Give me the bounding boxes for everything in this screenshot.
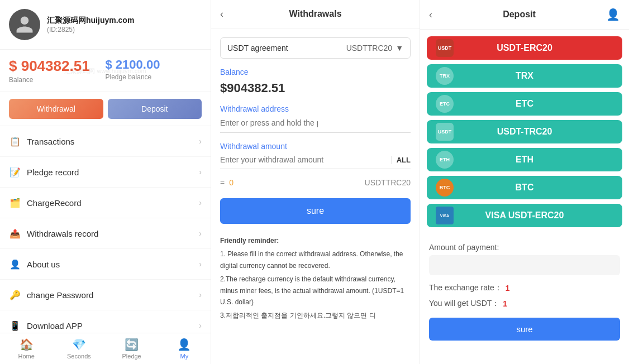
menu-label-0: Transactions <box>27 137 74 146</box>
menu-chevron-5: › <box>199 290 202 299</box>
menu-chevron-4: › <box>199 260 202 269</box>
crypto-item-etc[interactable]: ETC ETC <box>427 92 622 116</box>
crypto-name-0: USDT-ERC20 <box>497 43 552 53</box>
nav-item-my[interactable]: 👤 My <box>158 333 211 364</box>
equiv-val: 0 <box>229 178 234 187</box>
menu-item-about-us[interactable]: 👤 About us › <box>0 249 211 280</box>
amount-label: Withdrawal amount <box>220 142 411 151</box>
menu-label-3: Withdrawals record <box>27 229 98 238</box>
equiv-unit: USDTTRC20 <box>365 178 411 187</box>
equiv-eq: = <box>220 178 225 187</box>
deposit-title: Deposit <box>503 9 536 20</box>
agreement-val-text: USDTTRC20 <box>346 44 392 52</box>
exchange-rate-row: The exchange rate： 1 <box>429 283 620 293</box>
crypto-name-5: BTC <box>516 183 534 193</box>
bottom-nav: 🏠 Home 💎 Seconds 🔄 Pledge 👤 My <box>0 333 211 364</box>
user-avatar-icon <box>15 15 35 35</box>
nav-icon-0: 🏠 <box>20 338 34 351</box>
nav-item-pledge[interactable]: 🔄 Pledge <box>106 333 158 364</box>
nav-label-3: My <box>180 353 189 360</box>
pledge-block: $ 2100.00 Pledge balance <box>106 58 202 81</box>
menu-label-5: change Password <box>27 290 93 300</box>
nav-item-home[interactable]: 🏠 Home <box>0 333 53 364</box>
menu-icon-2: 🗂️ <box>9 197 21 209</box>
nav-label-2: Pledge <box>122 353 141 360</box>
profile-section: 汇聚源码网huijuym.com (ID:2825) <box>0 0 211 50</box>
crypto-name-6: VISA USDT-ERC20 <box>485 210 564 221</box>
crypto-name-4: ETH <box>516 155 533 165</box>
menu-icon-3: 📤 <box>9 227 21 240</box>
crypto-item-eth[interactable]: ETH ETH <box>427 148 622 171</box>
crypto-item-usdt-erc20[interactable]: USDT USDT-ERC20 <box>427 36 622 60</box>
withdrawals-back-button[interactable]: ‹ <box>220 8 223 20</box>
deposit-button[interactable]: Deposit <box>108 99 202 119</box>
nav-item-seconds[interactable]: 💎 Seconds <box>53 333 105 364</box>
crypto-name-2: ETC <box>516 99 533 109</box>
menu-chevron-2: › <box>199 198 202 207</box>
menu-item-chargerecord[interactable]: 🗂️ ChargeRecord › <box>0 188 211 218</box>
usdt-label: You will get USDT： <box>429 299 499 309</box>
crypto-item-visa-usdt-erc20[interactable]: VISA VISA USDT-ERC20 <box>427 204 622 227</box>
nav-label-1: Seconds <box>67 353 91 360</box>
menu-chevron-1: › <box>199 167 202 176</box>
address-input[interactable] <box>220 118 318 127</box>
agreement-label: USDT agreement <box>227 44 288 52</box>
balance-section: $ 904382.51 Balance $ 2100.00 Pledge bal… <box>0 50 211 92</box>
balance-section-label: Balance <box>220 68 411 76</box>
menu-item-download-app[interactable]: 📱 Download APP › <box>0 310 211 333</box>
crypto-name-3: USDT-TRC20 <box>497 127 552 137</box>
crypto-item-trx[interactable]: TRX TRX <box>427 64 622 88</box>
profile-id: (ID:2825) <box>47 26 134 33</box>
reminder-line-2: 2.The recharge currency is the default w… <box>220 274 411 308</box>
amount-payment-input[interactable] <box>429 255 620 275</box>
dropdown-arrow-icon[interactable]: ▼ <box>395 44 403 52</box>
crypto-item-btc[interactable]: BTC BTC <box>427 176 622 199</box>
address-field-wrap: Withdrawal address <box>220 104 411 133</box>
usdt-row: You will get USDT： 1 <box>429 299 620 309</box>
withdrawals-header: ‹ Withdrawals <box>211 0 420 28</box>
balance-block: $ 904382.51 Balance <box>9 58 106 84</box>
menu-chevron-3: › <box>199 229 202 238</box>
equiv-row: = 0 USDTTRC20 <box>220 178 411 187</box>
menu-icon-5: 🔑 <box>9 289 21 301</box>
pledge-amount: $ 2100.00 <box>106 58 202 72</box>
nav-icon-2: 🔄 <box>125 338 139 351</box>
crypto-item-usdt-trc20[interactable]: USDT USDT-TRC20 <box>427 120 622 143</box>
menu-items: 📋 Transactions › 📝 Pledge record › 🗂️ Ch… <box>0 126 211 333</box>
deposit-user-icon[interactable]: 👤 <box>606 8 620 21</box>
reminder-line-3: 3.저합리적인 출지점을 기인하세요.그렇지 않으면 디 <box>220 310 411 321</box>
menu-icon-1: 📝 <box>9 166 21 178</box>
menu-item-withdrawals-record[interactable]: 📤 Withdrawals record › <box>0 218 211 249</box>
deposit-back-button[interactable]: ‹ <box>429 9 432 21</box>
all-button[interactable]: ALL <box>392 156 411 164</box>
amount-input[interactable] <box>220 155 387 164</box>
left-panel: 汇聚源码网huijuym.com (ID:2825) $ 904382.51 B… <box>0 0 211 364</box>
crypto-list: USDT USDT-ERC20 TRX TRX ETC ETC USDT USD… <box>420 30 629 234</box>
withdrawal-button[interactable]: Withdrawal <box>9 99 103 119</box>
action-buttons: Withdrawal Deposit <box>0 92 211 126</box>
menu-label-1: Pledge record <box>27 167 79 177</box>
menu-icon-4: 👤 <box>9 258 21 270</box>
avatar <box>9 9 40 40</box>
menu-chevron-6: › <box>199 321 202 330</box>
menu-item-transactions[interactable]: 📋 Transactions › <box>0 126 211 157</box>
withdrawal-sure-button[interactable]: sure <box>220 198 411 224</box>
deposit-sure-button[interactable]: sure <box>429 318 620 341</box>
exchange-rate-label: The exchange rate： <box>429 283 502 293</box>
right-panel: ‹ Deposit 👤 USDT USDT-ERC20 TRX TRX ETC … <box>420 0 629 364</box>
withdrawals-balance-display: $904382.51 <box>220 81 411 95</box>
balance-amount: $ 904382.51 <box>9 58 106 75</box>
nav-icon-1: 💎 <box>72 338 86 351</box>
profile-name: 汇聚源码网huijuym.com <box>47 16 134 26</box>
nav-label-0: Home <box>18 353 34 360</box>
menu-item-pledge-record[interactable]: 📝 Pledge record › <box>0 157 211 188</box>
menu-label-6: Download APP <box>27 321 83 331</box>
crypto-name-1: TRX <box>516 71 533 81</box>
menu-item-change-password[interactable]: 🔑 change Password › <box>0 280 211 310</box>
menu-label-4: About us <box>27 260 60 269</box>
amount-field-wrap: Withdrawal amount ALL <box>220 142 411 169</box>
address-label: Withdrawal address <box>220 104 411 113</box>
exchange-rate-value: 1 <box>506 284 510 293</box>
amount-payment-label: Amount of payment: <box>429 243 620 252</box>
menu-label-2: ChargeRecord <box>27 198 82 208</box>
